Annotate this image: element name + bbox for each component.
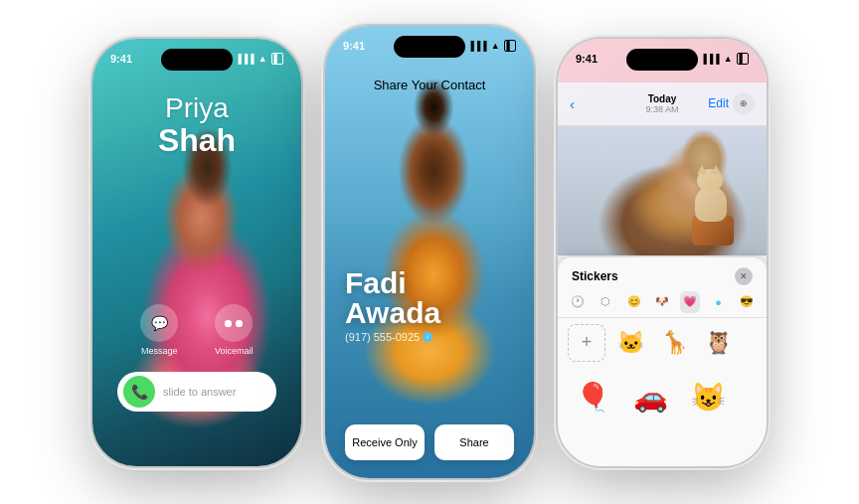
sticker-tab-bubble[interactable]: ● xyxy=(708,291,728,313)
messages-contact-info: Today 9:38 AM xyxy=(645,93,678,114)
dynamic-island-2 xyxy=(394,36,465,58)
message-action[interactable]: 💬 Message xyxy=(140,304,178,356)
share-button[interactable]: Share xyxy=(434,424,514,460)
stickers-tabs: 🕐 ⬡ 😊 🐶 💗 ● 😎 xyxy=(558,289,767,318)
chat-time: 9:38 AM xyxy=(645,104,678,114)
voicemail-icon-circle: ⏺⏺ xyxy=(215,304,253,342)
phone-2: 9:41 ▐▐▐ ▲ ▌ Share Your Contact Fadi Awa… xyxy=(325,26,534,478)
message-icon: 💬 xyxy=(151,315,168,331)
phone-1-wrapper: 9:41 ▐▐▐ ▲ ▌ Priya Shah 💬 Message xyxy=(92,39,301,466)
contact-name: Fadi Awada xyxy=(345,268,514,328)
signal-icon: ▐▐▐ xyxy=(236,54,255,64)
battery-icon: ▌ xyxy=(271,53,283,65)
signal-icon-3: ▐▐▐ xyxy=(701,54,720,64)
add-sticker-button[interactable]: + xyxy=(568,324,605,362)
stickers-header: Stickers ✕ xyxy=(558,257,767,289)
battery-icon-2: ▌ xyxy=(504,40,516,52)
share-contact-title: Share Your Contact xyxy=(325,78,534,92)
sticker-tab-hearts[interactable]: 💗 xyxy=(680,291,700,313)
stickers-close-button[interactable]: ✕ xyxy=(735,267,753,285)
wifi-icon: ▲ xyxy=(258,54,267,64)
chat-title: Today xyxy=(645,93,678,104)
more-button[interactable]: ⊕ xyxy=(733,92,755,114)
message-icon-circle: 💬 xyxy=(140,304,178,342)
phone-1: 9:41 ▐▐▐ ▲ ▌ Priya Shah 💬 Message xyxy=(92,39,301,466)
caller-name: Priya Shah xyxy=(92,93,301,159)
cat-ear-right xyxy=(711,165,721,174)
contact-phone-number: (917) 555-0925 ✓ xyxy=(345,331,514,343)
signal-icon-2: ▐▐▐ xyxy=(468,41,487,51)
wifi-icon-2: ▲ xyxy=(491,41,500,51)
cat-photo xyxy=(558,126,767,255)
stickers-title: Stickers xyxy=(572,269,618,283)
stickers-panel[interactable]: Stickers ✕ 🕐 ⬡ 😊 🐶 💗 ● 😎 xyxy=(558,257,767,466)
dynamic-island-1 xyxy=(161,49,233,71)
voicemail-icon: ⏺⏺ xyxy=(223,317,245,329)
slide-to-answer-text: slide to answer xyxy=(163,386,236,398)
call-icons-row: 💬 Message ⏺⏺ Voicemail xyxy=(92,304,301,356)
sticker-tab-faces[interactable]: 😎 xyxy=(737,291,757,313)
status-time-2: 9:41 xyxy=(343,40,365,52)
phone-3: 9:41 ▐▐▐ ▲ ▌ ‹ Today 9:38 AM Edit ⊕ xyxy=(558,39,767,466)
sticker-giraffe[interactable]: 🦒 xyxy=(655,324,693,362)
verified-icon: ✓ xyxy=(423,332,432,342)
sticker-tab-shape[interactable]: ⬡ xyxy=(596,291,615,313)
phone-icon: 📞 xyxy=(131,384,148,400)
sticker-balloon[interactable]: 🎈 xyxy=(568,370,617,424)
chat-area: Stickers ✕ 🕐 ⬡ 😊 🐶 💗 ● 😎 xyxy=(558,126,767,466)
slide-to-answer[interactable]: 📞 slide to answer xyxy=(117,372,276,412)
dynamic-island-3 xyxy=(626,49,698,71)
voicemail-action[interactable]: ⏺⏺ Voicemail xyxy=(215,304,254,356)
sticker-tab-emoji[interactable]: 😊 xyxy=(624,291,644,313)
status-time-1: 9:41 xyxy=(110,53,132,65)
close-x-icon: ✕ xyxy=(740,271,748,281)
sticker-cat[interactable]: 🐱 xyxy=(611,324,649,362)
answer-button[interactable]: 📞 xyxy=(123,376,155,408)
back-button[interactable]: ‹ xyxy=(570,95,575,112)
share-buttons: Receive Only Share xyxy=(325,424,534,460)
status-icons-1: ▐▐▐ ▲ ▌ xyxy=(236,53,283,65)
status-icons-2: ▐▐▐ ▲ ▌ xyxy=(468,40,516,52)
status-icons-3: ▐▐▐ ▲ ▌ xyxy=(701,53,749,65)
edit-button[interactable]: Edit xyxy=(708,96,729,110)
receive-only-button[interactable]: Receive Only xyxy=(345,424,425,460)
battery-icon-3: ▌ xyxy=(737,53,749,65)
cat-body xyxy=(695,187,727,222)
sticker-owl[interactable]: 🦉 xyxy=(699,324,737,362)
sticker-car[interactable]: 🚗 xyxy=(625,370,675,424)
contact-background xyxy=(325,26,534,478)
voicemail-label: Voicemail xyxy=(215,346,254,356)
phone-3-wrapper: 9:41 ▐▐▐ ▲ ▌ ‹ Today 9:38 AM Edit ⊕ xyxy=(558,39,767,466)
sticker-tab-animals[interactable]: 🐶 xyxy=(652,291,672,313)
stickers-grid-row1: + 🐱 🦒 🦉 xyxy=(558,318,767,368)
caller-name-area: Priya Shah xyxy=(92,93,301,159)
more-icon: ⊕ xyxy=(740,98,748,108)
cat-illustration xyxy=(687,166,742,246)
messages-header: ‹ Today 9:38 AM Edit ⊕ xyxy=(558,83,767,126)
wifi-icon-3: ▲ xyxy=(724,54,733,64)
message-label: Message xyxy=(141,346,178,356)
stickers-grid-row2: 🎈 🚗 😺 xyxy=(558,368,767,426)
phone-2-wrapper: 9:41 ▐▐▐ ▲ ▌ Share Your Contact Fadi Awa… xyxy=(325,26,534,478)
back-chevron-icon: ‹ xyxy=(570,95,575,112)
status-time-3: 9:41 xyxy=(576,53,598,65)
contact-name-overlay: Fadi Awada (917) 555-0925 ✓ xyxy=(325,268,534,343)
call-actions: 💬 Message ⏺⏺ Voicemail 📞 slide to answer xyxy=(92,304,301,412)
sticker-tab-recent[interactable]: 🕐 xyxy=(568,291,588,313)
cat-ear-left xyxy=(697,165,707,174)
sticker-angel-cat[interactable]: 😺 xyxy=(683,370,733,424)
